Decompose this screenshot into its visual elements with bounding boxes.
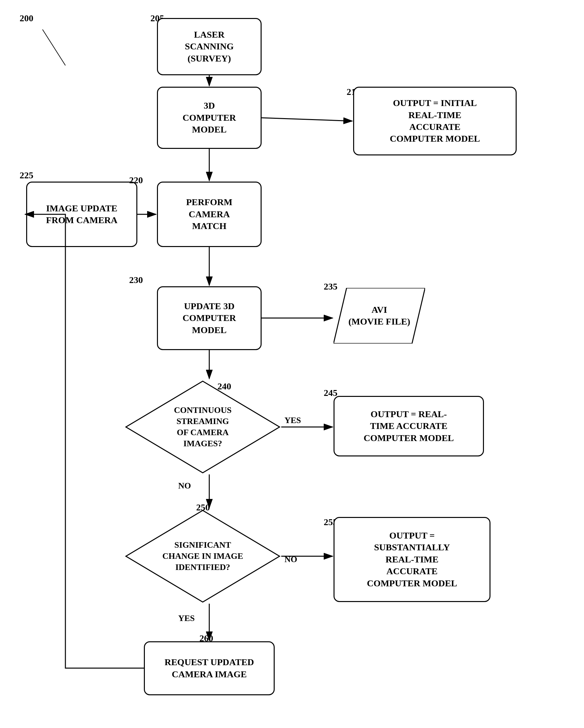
ref-200: 200 <box>20 13 33 24</box>
significant-change-label: SIGNIFICANT CHANGE IN IMAGE IDENTIFIED? <box>162 540 243 573</box>
ref-230: 230 <box>129 275 143 285</box>
output-realtime-label: OUTPUT = REAL- TIME ACCURATE COMPUTER MO… <box>364 408 454 444</box>
ref-225: 225 <box>20 170 33 181</box>
perform-camera-label: PERFORM CAMERA MATCH <box>186 196 232 232</box>
perform-camera-box: PERFORM CAMERA MATCH <box>157 182 261 247</box>
diagram-container: 200 205 LASER SCANNING (SURVEY) 210 3D C… <box>0 0 584 728</box>
svg-line-6 <box>261 118 352 121</box>
update-3d-box: UPDATE 3D COMPUTER MODEL <box>157 286 261 350</box>
yes-label-1: YES <box>284 416 301 425</box>
no-label-2: NO <box>284 554 297 565</box>
image-update-box: IMAGE UPDATE FROM CAMERA <box>26 182 137 247</box>
no-label-1: NO <box>178 481 191 491</box>
3d-computer-model-box: 3D COMPUTER MODEL <box>157 87 261 149</box>
laser-scanning-box: LASER SCANNING (SURVEY) <box>157 18 261 75</box>
ref-220: 220 <box>129 175 143 185</box>
output-initial-label: OUTPUT = INITIAL REAL-TIME ACCURATE COMP… <box>390 97 480 145</box>
yes-label-2: YES <box>178 614 195 623</box>
image-update-label: IMAGE UPDATE FROM CAMERA <box>46 203 118 227</box>
significant-change-diamond: SIGNIFICANT CHANGE IN IMAGE IDENTIFIED? <box>124 509 281 604</box>
3d-computer-model-label: 3D COMPUTER MODEL <box>183 100 236 135</box>
svg-line-15 <box>43 29 65 66</box>
output-realtime-box: OUTPUT = REAL- TIME ACCURATE COMPUTER MO… <box>334 396 484 457</box>
laser-scanning-label: LASER SCANNING (SURVEY) <box>185 29 233 64</box>
avi-label: AVI (MOVIE FILE) <box>349 304 410 328</box>
continuous-streaming-label: CONTINUOUS STREAMING OF CAMERA IMAGES? <box>174 405 231 449</box>
request-updated-box: REQUEST UPDATED CAMERA IMAGE <box>144 641 275 695</box>
ref-245: 245 <box>324 388 337 398</box>
update-3d-label: UPDATE 3D COMPUTER MODEL <box>183 301 236 336</box>
continuous-streaming-diamond: CONTINUOUS STREAMING OF CAMERA IMAGES? <box>124 380 281 474</box>
output-substantially-label: OUTPUT = SUBSTANTIALLY REAL-TIME ACCURAT… <box>367 530 457 589</box>
output-substantially-box: OUTPUT = SUBSTANTIALLY REAL-TIME ACCURAT… <box>334 517 491 602</box>
avi-shape: AVI (MOVIE FILE) <box>334 288 425 343</box>
request-updated-label: REQUEST UPDATED CAMERA IMAGE <box>165 656 254 680</box>
output-initial-box: OUTPUT = INITIAL REAL-TIME ACCURATE COMP… <box>353 87 517 155</box>
